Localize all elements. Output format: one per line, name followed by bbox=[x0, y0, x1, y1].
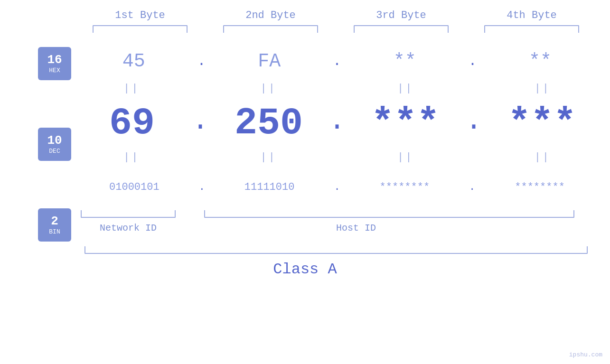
bracket1 bbox=[93, 25, 188, 33]
data-rows: 45 . FA . ** . ** || || bbox=[76, 42, 601, 242]
bin-b3: ******** bbox=[352, 181, 457, 193]
bin-b2: 11111010 bbox=[217, 181, 322, 193]
badges-column: 16 HEX 10 DEC 2 BIN bbox=[14, 42, 76, 242]
bin-badge-label: BIN bbox=[49, 228, 60, 235]
bin-badge-number: 2 bbox=[51, 215, 58, 228]
bin-badge: 2 BIN bbox=[38, 208, 71, 242]
hex-b3: ** bbox=[353, 51, 457, 72]
bin-dot2: . bbox=[334, 181, 340, 193]
eq8: || bbox=[490, 151, 595, 163]
hex-badge-number: 16 bbox=[47, 53, 62, 67]
hex-b1: 45 bbox=[82, 51, 186, 72]
hex-badge-label: HEX bbox=[49, 67, 60, 74]
dec-dot3: . bbox=[465, 105, 482, 141]
eq6: || bbox=[216, 151, 321, 163]
hex-badge: 16 HEX bbox=[38, 47, 71, 80]
hex-dot1: . bbox=[197, 53, 206, 69]
host-id-bracket bbox=[204, 210, 574, 218]
dec-dot1: . bbox=[192, 105, 209, 141]
class-label: Class A bbox=[273, 261, 337, 278]
byte4-header: 4th Byte bbox=[479, 9, 584, 21]
hex-row: 45 . FA . ** . ** bbox=[76, 42, 598, 80]
dec-row: 69 . 250 . *** . *** bbox=[76, 97, 598, 149]
eq2: || bbox=[216, 83, 321, 94]
network-id-bracket bbox=[81, 210, 176, 218]
byte3-header: 3rd Byte bbox=[349, 9, 453, 21]
bin-b1: 01000101 bbox=[82, 181, 187, 193]
bottom-brackets-container bbox=[76, 210, 579, 220]
dec-b4: *** bbox=[490, 102, 594, 145]
host-id-label: Host ID bbox=[199, 223, 513, 233]
eq7: || bbox=[353, 151, 458, 163]
hex-b4: ** bbox=[488, 51, 592, 72]
bin-dot3: . bbox=[469, 181, 475, 193]
network-id-label: Network ID bbox=[76, 223, 180, 233]
eq1: || bbox=[79, 83, 184, 94]
top-section: 1st Byte 2nd Byte 3rd Byte 4th Byte bbox=[0, 9, 610, 42]
byte1-header: 1st Byte bbox=[88, 9, 192, 21]
dec-b2: 250 bbox=[216, 102, 321, 145]
top-brackets bbox=[75, 25, 597, 33]
watermark: ipshu.com bbox=[569, 351, 602, 358]
id-labels-row: Network ID Host ID bbox=[76, 223, 579, 233]
dec-dot2: . bbox=[328, 105, 346, 141]
eq3: || bbox=[353, 83, 458, 94]
dec-badge-label: DEC bbox=[49, 148, 60, 155]
dec-b3: *** bbox=[353, 102, 458, 145]
bin-row: 01000101 . 11111010 . ******** . *******… bbox=[76, 166, 598, 208]
full-bottom-bracket bbox=[84, 246, 588, 254]
equals-row1: || || || || bbox=[76, 80, 598, 97]
eq5: || bbox=[79, 151, 184, 163]
dec-b1: 69 bbox=[80, 102, 184, 145]
equals-row2: || || || || bbox=[76, 149, 598, 166]
bracket2 bbox=[223, 25, 318, 33]
bracket3 bbox=[354, 25, 449, 33]
byte2-header: 2nd Byte bbox=[218, 9, 323, 21]
main-area: 16 HEX 10 DEC 2 BIN 45 . bbox=[14, 42, 601, 242]
hex-b2: FA bbox=[217, 51, 321, 72]
hex-dot2: . bbox=[333, 53, 341, 69]
bracket4 bbox=[484, 25, 579, 33]
dec-badge-number: 10 bbox=[47, 134, 62, 148]
hex-dot3: . bbox=[468, 53, 477, 69]
dec-badge: 10 DEC bbox=[38, 128, 71, 161]
page-container: 1st Byte 2nd Byte 3rd Byte 4th Byte 16 H… bbox=[0, 0, 610, 364]
byte-headers: 1st Byte 2nd Byte 3rd Byte 4th Byte bbox=[75, 9, 597, 21]
bin-b4: ******** bbox=[488, 181, 592, 193]
bin-dot1: . bbox=[199, 181, 205, 193]
eq4: || bbox=[490, 83, 595, 94]
